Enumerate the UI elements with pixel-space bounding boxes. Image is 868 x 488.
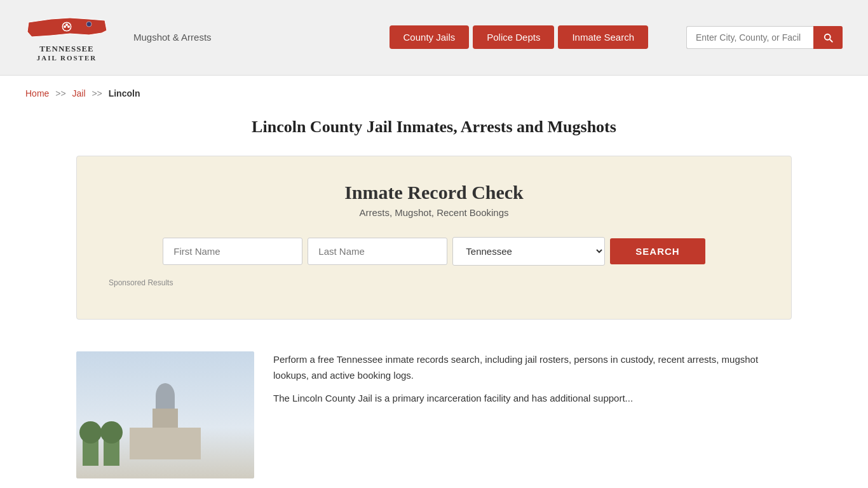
logo-text: TENNESSEE JAIL ROSTER	[37, 44, 97, 62]
svg-point-5	[67, 25, 70, 28]
police-depts-button[interactable]: Police Depts	[473, 25, 554, 49]
nav-buttons: County Jails Police Depts Inmate Search	[390, 25, 648, 49]
svg-point-3	[64, 25, 66, 28]
breadcrumb: Home >> Jail >> Lincoln	[0, 76, 868, 111]
record-check-heading: Inmate Record Check	[109, 182, 759, 203]
logo-area: TENNESSEE JAIL ROSTER	[25, 13, 108, 62]
building-image	[76, 351, 254, 478]
content-text: Perform a free Tennessee inmate records …	[273, 351, 792, 413]
content-paragraph-1: Perform a free Tennessee inmate records …	[273, 351, 792, 384]
header-search-area	[686, 26, 843, 49]
site-header: TENNESSEE JAIL ROSTER Mugshot & Arrests …	[0, 0, 868, 76]
header-search-button[interactable]	[813, 26, 843, 49]
breadcrumb-sep-2: >>	[92, 88, 102, 98]
sponsored-label: Sponsored Results	[109, 278, 759, 287]
svg-point-4	[65, 24, 68, 26]
mugshot-nav-link[interactable]: Mugshot & Arrests	[133, 32, 212, 43]
tennessee-map-icon	[25, 13, 108, 41]
svg-point-6	[86, 22, 92, 27]
content-paragraph-2: The Lincoln County Jail is a primary inc…	[273, 390, 792, 407]
search-icon	[822, 32, 834, 43]
breadcrumb-current: Lincoln	[109, 88, 140, 98]
first-name-input[interactable]	[163, 238, 302, 265]
page-title-area: Lincoln County Jail Inmates, Arrests and…	[0, 111, 868, 156]
county-jails-button[interactable]: County Jails	[390, 25, 470, 49]
state-select[interactable]: AlabamaAlaskaArizonaArkansasCaliforniaCo…	[452, 237, 605, 266]
breadcrumb-sep-1: >>	[55, 88, 65, 98]
breadcrumb-home-link[interactable]: Home	[25, 88, 49, 98]
inmate-search-form: AlabamaAlaskaArizonaArkansasCaliforniaCo…	[109, 237, 759, 266]
inmate-search-button[interactable]: Inmate Search	[558, 25, 648, 49]
inmate-search-submit-button[interactable]: SEARCH	[610, 238, 705, 264]
breadcrumb-jail-link[interactable]: Jail	[72, 88, 86, 98]
last-name-input[interactable]	[308, 238, 447, 265]
record-check-box: Inmate Record Check Arrests, Mugshot, Re…	[76, 156, 792, 320]
content-area: Perform a free Tennessee inmate records …	[0, 339, 868, 488]
page-title: Lincoln County Jail Inmates, Arrests and…	[25, 118, 843, 137]
header-search-input[interactable]	[686, 26, 813, 49]
record-check-subtitle: Arrests, Mugshot, Recent Bookings	[109, 207, 759, 218]
